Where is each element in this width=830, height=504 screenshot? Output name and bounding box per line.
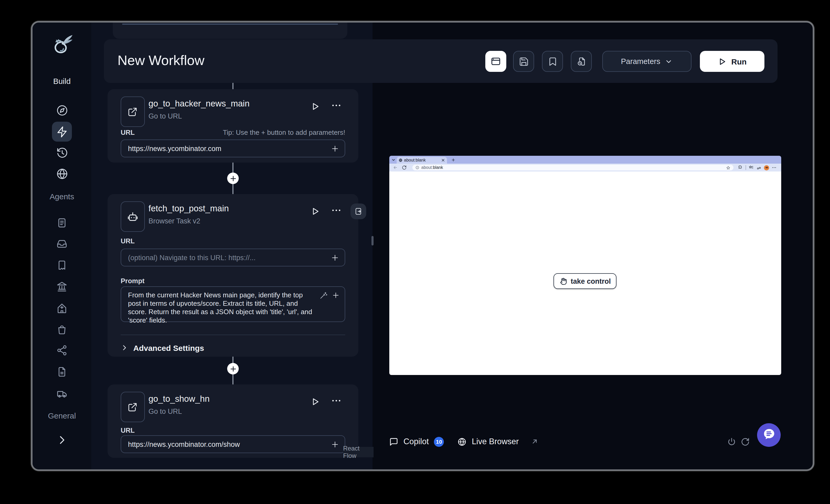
add-node-button[interactable]: [227, 173, 239, 184]
profiles-icon[interactable]: [757, 166, 761, 170]
bookmark-button[interactable]: [542, 51, 563, 72]
bookmark-star-icon[interactable]: [726, 166, 730, 170]
take-control-label: take control: [571, 277, 611, 285]
extensions-icon[interactable]: [738, 165, 742, 170]
copilot-label[interactable]: Copilot: [404, 437, 429, 446]
browser-viewport[interactable]: take control: [389, 171, 781, 375]
url-input[interactable]: [121, 435, 345, 453]
node-type-icon-box: [121, 392, 145, 422]
node-menu-button[interactable]: [330, 206, 343, 217]
advanced-settings-toggle[interactable]: Advanced Settings: [121, 342, 278, 354]
workflow-node-fetch-top-post-main[interactable]: fetch_top_post_main Browser Task v2 URL …: [107, 194, 358, 357]
sidebar-item-bank[interactable]: [56, 281, 68, 293]
arrow-up-right-icon: [531, 438, 538, 445]
run-button[interactable]: Run: [700, 51, 764, 72]
close-icon[interactable]: [441, 158, 445, 162]
plus-icon: [330, 144, 339, 153]
url-input[interactable]: [121, 139, 345, 157]
file-text-icon: [56, 366, 68, 378]
open-external-button[interactable]: [531, 438, 538, 445]
ellipsis-icon: [331, 205, 342, 217]
ai-improve-button[interactable]: [318, 291, 328, 300]
sidebar-item-workflows[interactable]: [52, 122, 72, 142]
ellipsis-icon: [331, 100, 342, 113]
add-parameter-button[interactable]: [331, 291, 341, 300]
workflow-node-go-to-show-hn[interactable]: go_to_show_hn Go to URL URL: [107, 384, 358, 458]
chat-fab[interactable]: [757, 423, 781, 447]
toolbar-separator: [745, 165, 746, 170]
history-icon: [56, 146, 68, 159]
live-browser-tab[interactable]: [458, 437, 467, 446]
inbox-icon: [56, 238, 68, 249]
chevron-down-icon: [665, 58, 673, 65]
sidebar-item-invoice[interactable]: [56, 217, 68, 229]
reading-list-icon[interactable]: [749, 165, 754, 170]
truck-icon: [56, 388, 68, 400]
prompt-textarea[interactable]: From the current Hacker News main page, …: [121, 287, 345, 329]
chat-bubble-icon: [762, 427, 776, 443]
browser-menu-icon[interactable]: [772, 165, 776, 170]
sidebar-item-share[interactable]: [56, 344, 68, 356]
node-type-icon-box: [121, 201, 145, 232]
workflow-node-go-to-hacker-news-main[interactable]: go_to_hacker_news_main Go to URL URL Tip…: [107, 89, 358, 163]
add-parameter-button[interactable]: [329, 252, 340, 263]
sidebar-expand-button[interactable]: [56, 434, 68, 446]
sidebar-item-discover[interactable]: [52, 100, 72, 120]
back-icon[interactable]: [393, 165, 398, 170]
node-menu-button[interactable]: [330, 396, 343, 407]
live-browser-preview: about:blank about:blank: [389, 156, 781, 375]
reload-icon[interactable]: [402, 165, 407, 170]
rotate-cw-icon: [740, 437, 749, 446]
edge-connector: [232, 83, 233, 89]
refresh-browser-button[interactable]: [740, 436, 750, 447]
workflow-header: New Workflow Parameters Run: [104, 39, 777, 83]
profile-avatar[interactable]: [764, 165, 769, 170]
add-parameter-button[interactable]: [329, 143, 340, 154]
sidebar-item-browser-globe[interactable]: [52, 164, 72, 183]
browser-tab[interactable]: about:blank: [396, 157, 447, 164]
node-run-button[interactable]: [310, 206, 321, 217]
address-bar[interactable]: about:blank: [412, 165, 733, 170]
url-input[interactable]: [121, 248, 345, 266]
take-control-button[interactable]: take control: [553, 273, 616, 289]
sidebar-item-receipt[interactable]: [56, 260, 68, 271]
live-browser-label[interactable]: Live Browser: [472, 437, 519, 446]
sidebar-item-shopping[interactable]: [56, 324, 68, 335]
version-history-button[interactable]: [571, 51, 592, 72]
sidebar-item-documents[interactable]: [56, 366, 68, 378]
node-subtitle: Go to URL: [149, 407, 182, 415]
add-parameter-button[interactable]: [329, 439, 340, 449]
parameters-dropdown[interactable]: Parameters: [602, 51, 692, 72]
sidebar-item-history[interactable]: [52, 143, 72, 163]
wand-sparkles-icon: [319, 291, 327, 299]
sidebar-item-delivery[interactable]: [56, 388, 68, 400]
receipt-icon: [56, 260, 68, 271]
ellipsis-icon: [331, 396, 342, 408]
robot-icon: [127, 211, 138, 222]
editor-view-button[interactable]: [485, 51, 506, 72]
node-output-handle[interactable]: [350, 203, 366, 219]
url-field-label: URL: [121, 237, 135, 245]
tab-search-chevron-icon[interactable]: [391, 158, 395, 162]
play-icon: [311, 397, 320, 406]
copilot-count-badge: 10: [434, 437, 444, 446]
sidebar-item-inbox[interactable]: [56, 238, 68, 249]
info-icon[interactable]: [416, 166, 419, 169]
save-icon: [519, 56, 529, 66]
copilot-tab[interactable]: [389, 437, 398, 446]
file-output-icon: [354, 207, 362, 215]
node-run-button[interactable]: [310, 101, 321, 112]
panel-resize-handle[interactable]: [372, 236, 374, 245]
url-input-wrap: [121, 139, 345, 157]
sidebar-item-pharmacy[interactable]: [56, 303, 68, 314]
save-button[interactable]: [513, 51, 534, 72]
add-node-button[interactable]: [227, 363, 239, 374]
sidebar-section-agents: Agents: [33, 192, 91, 201]
node-menu-button[interactable]: [330, 101, 343, 112]
globe-icon: [56, 168, 68, 180]
power-button[interactable]: [726, 436, 737, 447]
node-run-button[interactable]: [310, 396, 321, 407]
new-tab-button[interactable]: [451, 158, 455, 162]
page-title: New Workflow: [118, 53, 204, 69]
plus-icon: [331, 291, 340, 299]
